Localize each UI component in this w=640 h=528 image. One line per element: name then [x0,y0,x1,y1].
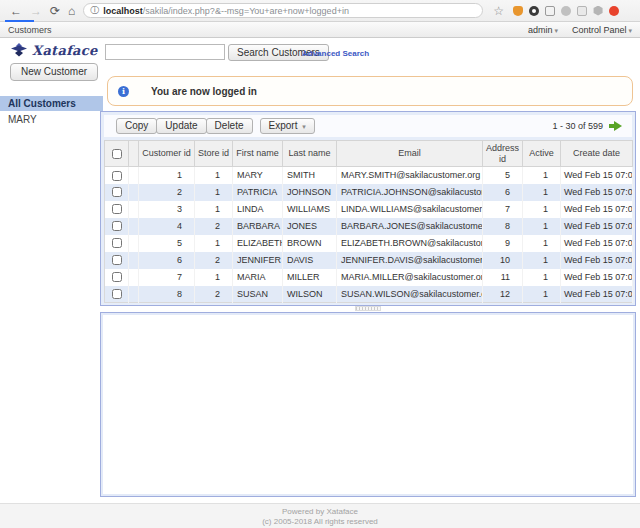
new-customer-button[interactable]: New Customer [10,63,98,81]
app-footer: Powered by Xataface (c) 2005-2018 All ri… [0,503,640,528]
header-menus: admin▾ Control Panel▾ [528,25,632,35]
bookmark-star-icon[interactable]: ☆ [493,5,504,17]
brand-logo[interactable]: Xataface [10,43,98,58]
cell-first-name[interactable]: ELIZABETH [233,235,283,252]
table-row[interactable]: 8 2 SUSAN WILSON SUSAN.WILSON@sakilacust… [105,286,633,303]
cell-store-id: 1 [195,167,233,184]
col-customer-id[interactable]: Customer id [139,141,195,167]
table-row[interactable]: 5 1 ELIZABETH BROWN ELIZABETH.BROWN@saki… [105,235,633,252]
cell-last-name[interactable]: JONES [283,218,337,235]
cell-last-name[interactable]: BROWN [283,235,337,252]
search-input[interactable] [105,44,225,60]
cell-first-name[interactable]: PATRICIA [233,184,283,201]
row-checkbox[interactable] [112,272,122,282]
cell-spacer [129,235,139,252]
browser-reload-icon[interactable]: ⟳ [50,5,60,17]
row-checkbox[interactable] [112,255,122,265]
cell-last-name[interactable]: JOHNSON [283,184,337,201]
result-list-panel: Copy Update Delete Export ▾ 1 - 30 of 59… [100,111,636,306]
col-active[interactable]: Active [523,141,561,167]
list-toolbar: Copy Update Delete Export ▾ 1 - 30 of 59… [104,115,632,137]
cell-store-id: 2 [195,218,233,235]
copy-button[interactable]: Copy [116,118,157,134]
col-last-name[interactable]: Last name [283,141,337,167]
resize-grip[interactable] [355,306,381,311]
col-create-date[interactable]: Create date [561,141,633,167]
cell-active: 1 [523,184,561,201]
export-label: Export [269,120,298,131]
control-panel-menu[interactable]: Control Panel▾ [572,25,632,35]
cell-address-id: 9 [483,235,523,252]
page-info-icon[interactable]: ⓘ [90,4,99,17]
cell-first-name[interactable]: LINDA [233,201,283,218]
advanced-search-link[interactable]: Advanced Search [302,49,369,58]
cell-first-name[interactable]: MARY [233,167,283,184]
admin-menu[interactable]: admin▾ [528,25,558,35]
extension-icon-eye[interactable] [529,6,539,16]
cell-email[interactable]: LINDA.WILLIAMS@sakilacustomer.org [337,201,483,218]
table-row[interactable]: 3 1 LINDA WILLIAMS LINDA.WILLIAMS@sakila… [105,201,633,218]
cell-last-name[interactable]: WILLIAMS [283,201,337,218]
cell-email[interactable]: MARIA.MILLER@sakilacustomer.org [337,269,483,286]
cell-email[interactable]: PATRICIA.JOHNSON@sakilacustomer.org [337,184,483,201]
col-address-id[interactable]: Address id [483,141,523,167]
cell-store-id: 1 [195,269,233,286]
address-bar[interactable]: ⓘ localhost/sakila/index.php?&--msg=You+… [83,3,483,18]
cell-email[interactable]: MARY.SMITH@sakilacustomer.org [337,167,483,184]
cell-last-name[interactable]: DAVIS [283,252,337,269]
delete-button[interactable]: Delete [206,118,253,134]
cell-last-name[interactable]: WILSON [283,286,337,303]
select-all-checkbox[interactable] [112,149,122,159]
extension-icon-orange[interactable] [513,6,523,16]
row-checkbox[interactable] [112,204,122,214]
cast-icon[interactable] [545,6,555,16]
cell-spacer [129,218,139,235]
next-page-arrow-icon[interactable] [609,120,622,132]
col-first-name[interactable]: First name [233,141,283,167]
update-button[interactable]: Update [156,118,206,134]
extension-icon-circle[interactable] [561,6,571,16]
browser-home-icon[interactable]: ⌂ [68,5,75,17]
cell-address-id: 12 [483,286,523,303]
powered-by-link[interactable]: Powered by Xataface [0,507,640,517]
extension-icon-hexagon[interactable] [593,6,603,16]
row-checkbox[interactable] [112,238,122,248]
row-checkbox[interactable] [112,221,122,231]
col-email[interactable]: Email [337,141,483,167]
cell-checkbox [105,201,129,218]
details-panel [100,312,636,497]
spacer-header [129,141,139,167]
cell-checkbox [105,184,129,201]
table-row[interactable]: 4 2 BARBARA JONES BARBARA.JONES@sakilacu… [105,218,633,235]
cell-email[interactable]: BARBARA.JONES@sakilacustomer.org [337,218,483,235]
cell-first-name[interactable]: BARBARA [233,218,283,235]
col-store-id[interactable]: Store id [195,141,233,167]
table-row[interactable]: 6 2 JENNIFER DAVIS JENNIFER.DAVIS@sakila… [105,252,633,269]
cell-email[interactable]: JENNIFER.DAVIS@sakilacustomer.org [337,252,483,269]
sidebar-item-all-customers[interactable]: All Customers [0,96,103,111]
sidebar-item-mary[interactable]: MARY [0,112,103,127]
cell-first-name[interactable]: MARIA [233,269,283,286]
extension-icon-square[interactable] [577,6,587,16]
browser-back-icon[interactable]: ← [10,5,22,17]
cell-last-name[interactable]: SMITH [283,167,337,184]
table-row[interactable]: 1 1 MARY SMITH MARY.SMITH@sakilacustomer… [105,167,633,184]
cell-checkbox [105,269,129,286]
cell-active: 1 [523,286,561,303]
table-row[interactable]: 7 1 MARIA MILLER MARIA.MILLER@sakilacust… [105,269,633,286]
extension-icon-record[interactable] [609,6,619,16]
cell-first-name[interactable]: SUSAN [233,286,283,303]
cell-last-name[interactable]: MILLER [283,269,337,286]
cell-create-date: Wed Feb 15 07:0 [561,235,633,252]
row-checkbox[interactable] [112,171,122,181]
table-row[interactable]: 2 1 PATRICIA JOHNSON PATRICIA.JOHNSON@sa… [105,184,633,201]
cell-email[interactable]: SUSAN.WILSON@sakilacustomer.org [337,286,483,303]
browser-forward-icon[interactable]: → [30,5,42,17]
row-checkbox[interactable] [112,289,122,299]
export-button[interactable]: Export ▾ [260,118,315,134]
cell-email[interactable]: ELIZABETH.BROWN@sakilacustomer.org [337,235,483,252]
row-checkbox[interactable] [112,187,122,197]
cell-customer-id: 1 [139,167,195,184]
cell-active: 1 [523,201,561,218]
cell-first-name[interactable]: JENNIFER [233,252,283,269]
